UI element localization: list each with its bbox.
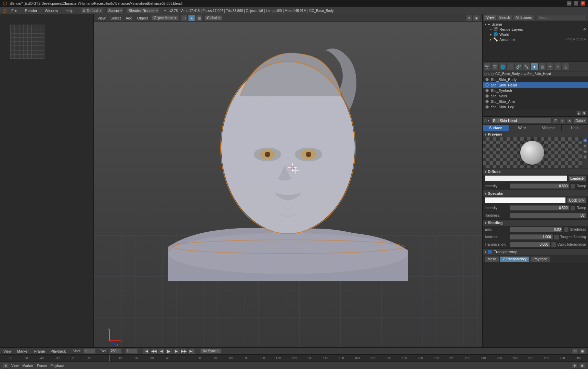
specular-hardness-input[interactable] (510, 213, 586, 218)
timeline-track[interactable]: -60 -50 -40 -30 -20 -10 0 10 20 30 40 50… (0, 355, 588, 361)
object-menu[interactable]: Object (136, 16, 149, 20)
view-label[interactable]: View (10, 364, 20, 368)
bottom-icon-1[interactable]: ⊕ (572, 363, 578, 369)
translucency-input[interactable] (510, 242, 550, 247)
tab-surface[interactable]: Surface (483, 125, 509, 131)
constraint-props-btn[interactable]: 🔗 (515, 63, 522, 70)
preview-header[interactable]: ▾ Preview (483, 131, 588, 137)
particles-props-btn[interactable]: ✦ (546, 63, 554, 70)
preview-sphere-btn[interactable]: ● (583, 138, 588, 143)
add-menu[interactable]: Add (124, 16, 134, 20)
diffuse-intensity-input[interactable] (510, 183, 569, 189)
render-props-btn[interactable]: 📷 (483, 63, 491, 70)
preview-plane-btn[interactable]: ▬ (583, 149, 588, 154)
scene-selector[interactable]: Scene ▾ (106, 8, 123, 13)
menu-file[interactable]: File (9, 8, 20, 13)
specular-intensity-input[interactable] (510, 205, 569, 210)
texture-props-btn[interactable]: ▦ (538, 63, 546, 70)
jump-end-btn[interactable]: ▶| (188, 348, 195, 354)
outliner-item-world[interactable]: ▸ 🌐 World (483, 32, 587, 37)
emit-input[interactable] (510, 227, 562, 232)
pivot-selector[interactable]: Global ▾ (205, 15, 222, 20)
solid-btn[interactable]: ● (188, 15, 195, 21)
timeline-icon-2[interactable]: ◉ (579, 348, 586, 354)
viewport-3d[interactable]: User Persp (94, 14, 482, 355)
scene-props-btn[interactable]: 🎬 (491, 63, 499, 70)
menu-help[interactable]: Help (63, 8, 76, 13)
ambient-input[interactable] (510, 234, 553, 240)
timeline-marker-btn[interactable]: Marker (16, 349, 30, 353)
menu-window[interactable]: Window (42, 8, 61, 13)
diffuse-header[interactable]: ▾ Diffuse (483, 168, 588, 175)
next-frame-btn[interactable]: ▶ (173, 348, 180, 354)
current-frame-input[interactable] (126, 348, 138, 354)
start-frame-input[interactable] (83, 348, 95, 354)
material-f-btn[interactable]: F (553, 118, 558, 123)
shadeless-checkbox[interactable] (564, 227, 569, 232)
snap-btn[interactable]: ⊕ (466, 15, 472, 21)
frame-label[interactable]: Frame (36, 364, 48, 368)
material-item-0[interactable]: Std_Skin_Body (483, 77, 588, 82)
prev-frame-btn[interactable]: ◀ (158, 348, 165, 354)
preview-cube-btn[interactable]: □ (583, 144, 588, 148)
play-btn[interactable]: ▶ (166, 348, 172, 354)
diffuse-shader-dropdown[interactable]: Lambert ▾ (569, 176, 586, 181)
timeline-icon-1[interactable]: ⊕ (572, 348, 578, 354)
tab-wire[interactable]: Wire (509, 125, 535, 131)
bottom-tool-1[interactable]: ⊕ (3, 363, 9, 369)
tab-volume[interactable]: Volume (535, 125, 562, 131)
tangent-checkbox[interactable] (554, 235, 559, 240)
close-btn[interactable]: ✕ (580, 1, 585, 6)
proportional-btn[interactable]: ◉ (473, 15, 480, 21)
jump-start-btn[interactable]: |◀ (143, 348, 150, 354)
material-x-btn[interactable]: ✕ (566, 118, 573, 123)
outliner-tab-view[interactable]: View (484, 15, 496, 20)
material-props-btn[interactable]: ● (531, 63, 538, 70)
prev-keyframe-btn[interactable]: ◀◀ (151, 348, 157, 354)
specular-shader-dropdown[interactable]: CookTorr ▾ (567, 197, 586, 203)
cubic-checkbox[interactable] (551, 242, 556, 247)
data-props-btn[interactable]: △ (562, 63, 570, 70)
outliner-item-scene[interactable]: ▾ ● Scene (483, 22, 587, 27)
timeline-playback-btn[interactable]: Playback (49, 349, 67, 353)
select-menu[interactable]: Select (109, 16, 122, 20)
scroll-down-btn[interactable]: ▼ (582, 111, 587, 115)
raytrace-btn[interactable]: Raytrace (530, 256, 550, 262)
modifier-props-btn[interactable]: 🔧 (523, 63, 530, 70)
view-menu[interactable]: View (96, 16, 107, 20)
object-props-btn[interactable]: ◻ (507, 63, 514, 70)
world-props-btn[interactable]: 🌐 (499, 63, 507, 70)
wireframe-btn[interactable]: ⊡ (181, 15, 187, 21)
tab-halo[interactable]: Halo (562, 125, 588, 131)
maximize-btn[interactable]: □ (574, 1, 578, 6)
preview-hair-btn[interactable]: ≡ (583, 154, 588, 159)
minimize-btn[interactable]: — (567, 1, 572, 6)
material-item-2[interactable]: Std_Eyelash (483, 88, 588, 93)
next-keyframe-btn[interactable]: ▶▶ (181, 348, 187, 354)
end-frame-input[interactable] (109, 348, 121, 354)
sync-selector[interactable]: No Sync ▾ (200, 348, 221, 354)
specular-color-picker[interactable] (485, 197, 566, 203)
texture-btn[interactable]: ▦ (196, 15, 202, 21)
transparency-toggle[interactable] (488, 250, 492, 254)
material-item-4[interactable]: Std_Skin_Arm (483, 99, 588, 104)
mask-btn[interactable]: Mask (485, 256, 499, 262)
menu-render[interactable]: Render (22, 8, 40, 13)
renderer-selector[interactable]: Blender Render ▾ (127, 8, 159, 13)
scroll-up-btn[interactable]: ▲ (576, 111, 581, 115)
specular-ramp-checkbox[interactable] (571, 206, 575, 210)
layout-selector[interactable]: ⊞ Default ▾ (81, 8, 103, 13)
timeline-view-btn[interactable]: View (2, 349, 13, 353)
material-plus-btn[interactable]: + (560, 118, 565, 123)
material-item-3[interactable]: Std_Nails (483, 93, 588, 99)
outliner-tab-search[interactable]: Search (497, 15, 513, 20)
z-transparency-btn[interactable]: Z Transparency (500, 256, 530, 262)
diffuse-ramp-checkbox[interactable] (571, 184, 575, 189)
diffuse-color-picker[interactable] (485, 175, 567, 181)
timeline-frame-btn[interactable]: Frame (33, 349, 47, 353)
marker-label[interactable]: Marker (21, 364, 35, 368)
material-name-input[interactable] (491, 118, 551, 124)
outliner-search[interactable] (537, 15, 587, 20)
material-item-5[interactable]: Std_Skin_Leg (483, 104, 588, 110)
material-item-1[interactable]: Std_Skin_Head (483, 82, 588, 88)
